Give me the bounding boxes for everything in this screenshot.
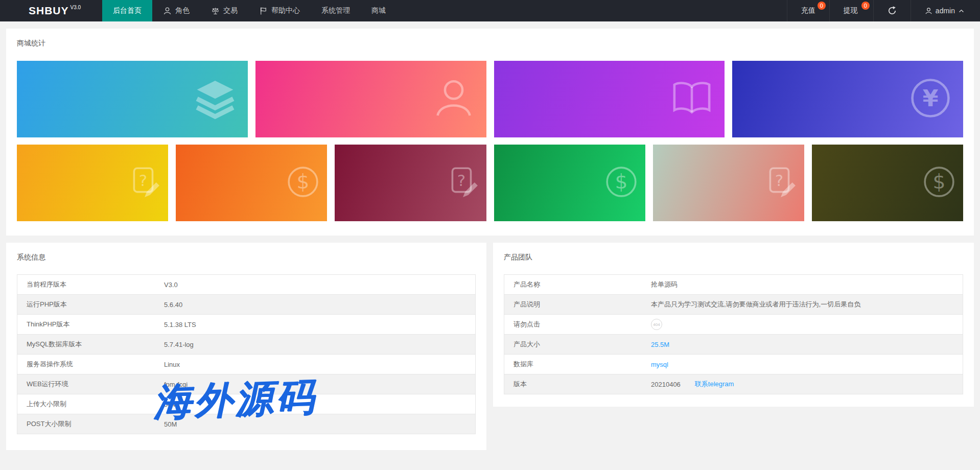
svg-text:$: $ — [933, 170, 946, 193]
row-value: 404 — [651, 319, 963, 330]
stat-card-order-amount[interactable]: ¥ — [732, 61, 963, 137]
table-row: 产品名称抢单源码 — [504, 275, 963, 295]
row-value: 50M — [164, 420, 475, 428]
stat-card-user-total[interactable] — [255, 61, 486, 137]
table-row: 运行PHP版本5.6.40 — [17, 295, 475, 315]
refresh-button[interactable] — [873, 0, 911, 21]
recharge-button[interactable]: 充值0 — [787, 0, 829, 21]
table-row: 版本20210406联系telegram — [504, 374, 963, 394]
row-value: mysql — [651, 361, 963, 368]
nav-item-mall[interactable]: 商城 — [361, 0, 396, 21]
table-row: 当前程序版本V3.0 — [17, 275, 475, 295]
stat-card-sub-commission[interactable]: ? — [653, 145, 804, 221]
dollar-circle-icon: $ — [604, 165, 638, 201]
svg-text:?: ? — [139, 171, 147, 190]
stat-card-goods-total[interactable] — [17, 61, 248, 137]
nav-item-system[interactable]: 系统管理 — [311, 0, 361, 21]
value-link[interactable]: 25.5M — [651, 341, 669, 348]
app-logo: SHBUY V3.0 — [0, 0, 102, 21]
stat-card-interest-in[interactable]: $ — [494, 145, 645, 221]
edit-note-icon: ? — [446, 165, 479, 201]
nav-item-label: 交易 — [223, 6, 238, 15]
row-value: fpm-fcgi — [164, 381, 475, 388]
row-label: 上传大小限制 — [17, 400, 164, 409]
svg-text:?: ? — [457, 171, 465, 190]
row-value: 5.1.38 LTS — [164, 321, 475, 328]
recharge-label: 充值 — [801, 6, 815, 15]
row-label: 请勿点击 — [504, 320, 651, 329]
stat-card-value — [824, 158, 951, 162]
table-row: 服务器操作系统Linux — [17, 355, 475, 374]
table-row: 请勿点击404 — [504, 315, 963, 335]
row-value: 抢单源码 — [651, 280, 963, 289]
row-value: 5.7.41-log — [164, 341, 475, 348]
recharge-badge: 0 — [818, 2, 826, 10]
value-text: fpm-fcgi — [164, 381, 188, 388]
person-icon — [163, 7, 172, 15]
person-icon — [925, 7, 932, 15]
system-info-table: 当前程序版本V3.0运行PHP版本5.6.40ThinkPHP版本5.1.38 … — [17, 274, 476, 434]
edit-note-icon: ? — [763, 165, 797, 201]
stat-card-user-withdraw[interactable]: $ — [176, 145, 327, 221]
value-text: 本产品只为学习测试交流,请勿要做商业或者用于违法行为,一切后果自负 — [651, 300, 860, 309]
stat-card-user-recharge[interactable]: ? — [17, 145, 168, 221]
row-label: 服务器操作系统 — [17, 360, 164, 369]
value-text: 20210406 — [651, 381, 681, 388]
value-link[interactable]: 联系telegram — [695, 380, 734, 389]
yen-circle-icon: ¥ — [909, 77, 952, 122]
row-label: 版本 — [504, 380, 651, 389]
row-label: 数据库 — [504, 360, 651, 369]
withdraw-badge: 0 — [861, 2, 870, 10]
edit-note-icon: ? — [127, 165, 161, 201]
username: admin — [936, 7, 955, 15]
value-text: 5.6.40 — [164, 301, 182, 309]
value-text: 5.1.38 LTS — [164, 321, 196, 328]
svg-text:?: ? — [775, 171, 783, 190]
bottom-panels: 系统信息 当前程序版本V3.0运行PHP版本5.6.40ThinkPHP版本5.… — [6, 243, 974, 450]
value-text: Linux — [164, 361, 180, 368]
stat-card-user-balance[interactable]: $ — [812, 145, 963, 221]
table-row: ThinkPHP版本5.1.38 LTS — [17, 315, 475, 335]
row-label: POST大小限制 — [17, 419, 164, 429]
app-logo-version: V3.0 — [71, 5, 81, 10]
value-text: 5.7.41-log — [164, 341, 194, 348]
user-menu[interactable]: admin — [911, 0, 980, 21]
table-row: MySQL数据库版本5.7.41-log — [17, 335, 475, 355]
row-label: WEB运行环境 — [17, 380, 164, 389]
nav-item-roles[interactable]: 角色 — [152, 0, 200, 21]
dollar-circle-icon: $ — [922, 165, 956, 201]
nav-item-trade[interactable]: 交易 — [200, 0, 248, 21]
row-label: 当前程序版本 — [17, 280, 164, 289]
stat-card-order-total[interactable] — [494, 61, 725, 137]
stats-panel-title: 商城统计 — [17, 39, 963, 48]
main-menu: 后台首页角色交易帮助中心系统管理商城 — [102, 0, 396, 21]
row-value: 20210406联系telegram — [651, 380, 963, 389]
nav-item-help[interactable]: 帮助中心 — [248, 0, 311, 21]
withdraw-label: 提现 — [844, 6, 858, 15]
table-row: 产品大小25.5M — [504, 335, 963, 355]
book-icon — [670, 77, 713, 122]
top-navbar: SHBUY V3.0 后台首页角色交易帮助中心系统管理商城 充值0提现0 adm… — [0, 0, 980, 21]
stats-row-2: ?$?$?$ — [17, 145, 963, 221]
do-not-click-badge[interactable]: 404 — [651, 319, 662, 330]
row-label: MySQL数据库版本 — [17, 340, 164, 349]
value-text: 50M — [164, 401, 177, 408]
table-row: 产品说明本产品只为学习测试交流,请勿要做商业或者用于违法行为,一切后果自负 — [504, 295, 963, 315]
stat-card-order-commission[interactable]: ? — [335, 145, 486, 221]
row-value: 50M — [164, 401, 475, 408]
product-team-panel: 产品团队 产品名称抢单源码产品说明本产品只为学习测试交流,请勿要做商业或者用于违… — [493, 243, 974, 407]
table-row: WEB运行环境fpm-fcgi — [17, 374, 475, 394]
withdraw-button[interactable]: 提现0 — [829, 0, 873, 21]
value-link[interactable]: mysql — [651, 361, 668, 368]
table-row: 上传大小限制50M — [17, 394, 475, 414]
stats-row-1: ¥ — [17, 61, 963, 137]
row-label: 运行PHP版本 — [17, 300, 164, 309]
nav-item-label: 后台首页 — [113, 6, 142, 15]
nav-item-label: 商城 — [371, 6, 386, 15]
user-icon — [432, 77, 475, 122]
chevron-up-icon — [958, 8, 965, 14]
scales-icon — [211, 7, 220, 15]
product-team-title: 产品团队 — [504, 253, 963, 262]
svg-text:$: $ — [615, 170, 627, 193]
nav-item-home[interactable]: 后台首页 — [102, 0, 152, 21]
